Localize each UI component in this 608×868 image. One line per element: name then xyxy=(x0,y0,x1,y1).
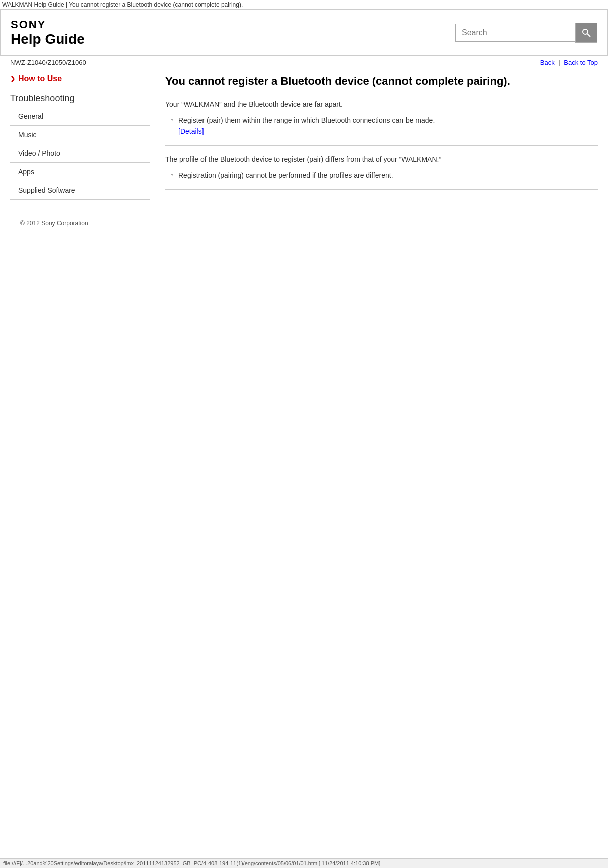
bullet-list-2: Registration (pairing) cannot be perform… xyxy=(165,170,598,181)
back-link[interactable]: Back xyxy=(540,59,555,66)
paragraph-1: Your “WALKMAN” and the Bluetooth device … xyxy=(165,99,598,110)
sidebar-item-video-photo[interactable]: Video / Photo xyxy=(10,144,150,162)
sidebar-item-general[interactable]: General xyxy=(10,107,150,125)
search-area xyxy=(455,23,597,43)
header: SONY Help Guide xyxy=(0,10,608,56)
svg-line-1 xyxy=(587,34,590,37)
help-guide-title: Help Guide xyxy=(11,31,85,47)
search-icon xyxy=(582,28,591,37)
nav-bar: NWZ-Z1040/Z1050/Z1060 Back | Back to Top xyxy=(0,56,608,69)
nav-links: Back | Back to Top xyxy=(540,59,598,66)
content: You cannot register a Bluetooth device (… xyxy=(165,74,598,237)
sidebar-divider-5 xyxy=(10,199,150,200)
header-left: SONY Help Guide xyxy=(11,18,85,47)
nav-separator: | xyxy=(558,59,560,66)
chevron-right-icon: ❯ xyxy=(10,75,15,82)
content-divider xyxy=(165,145,598,146)
copyright-text: © 2012 Sony Corporation xyxy=(20,220,88,227)
back-to-top-link[interactable]: Back to Top xyxy=(564,59,598,66)
article-title: You cannot register a Bluetooth device (… xyxy=(165,74,598,89)
troubleshooting-label: Troubleshooting xyxy=(10,93,150,104)
footer: © 2012 Sony Corporation xyxy=(10,210,150,237)
title-bar: WALKMAN Help Guide | You cannot register… xyxy=(0,0,608,10)
details-link-1[interactable]: [Details] xyxy=(178,127,204,135)
title-bar-text: WALKMAN Help Guide | You cannot register… xyxy=(2,1,243,8)
bullet-item-1: Register (pair) them within the range in… xyxy=(170,115,598,137)
main: ❯ How to Use Troubleshooting General Mus… xyxy=(0,74,608,237)
sidebar: ❯ How to Use Troubleshooting General Mus… xyxy=(10,74,150,237)
content-divider-bottom xyxy=(165,189,598,190)
sony-logo: SONY xyxy=(11,18,85,31)
breadcrumb: NWZ-Z1040/Z1050/Z1060 xyxy=(10,59,86,66)
bullet-list-1: Register (pair) them within the range in… xyxy=(165,115,598,137)
how-to-use-label: How to Use xyxy=(18,74,62,83)
bullet-item-2: Registration (pairing) cannot be perform… xyxy=(170,170,598,181)
sidebar-item-music[interactable]: Music xyxy=(10,126,150,144)
bullet-text-2: Registration (pairing) cannot be perform… xyxy=(178,171,393,179)
paragraph-2: The profile of the Bluetooth device to r… xyxy=(165,154,598,165)
sidebar-item-supplied-software[interactable]: Supplied Software xyxy=(10,181,150,199)
how-to-use[interactable]: ❯ How to Use xyxy=(10,74,150,83)
search-button[interactable] xyxy=(575,23,597,43)
bullet-text-1: Register (pair) them within the range in… xyxy=(178,116,435,124)
svg-point-0 xyxy=(583,29,588,34)
search-input[interactable] xyxy=(455,24,575,42)
sidebar-item-apps[interactable]: Apps xyxy=(10,163,150,181)
